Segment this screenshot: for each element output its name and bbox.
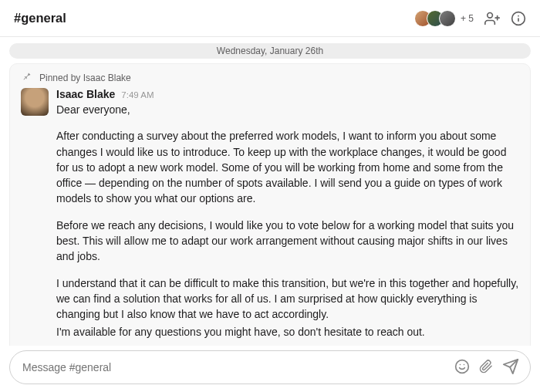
pinned-by-text: Pinned by Isaac Blake	[39, 73, 131, 83]
pin-icon	[22, 72, 32, 83]
message-paragraph: I understand that it can be difficult to…	[56, 275, 519, 323]
message-list: Wednesday, January 26th Pinned by Isaac …	[0, 37, 540, 346]
member-avatar-stack[interactable]: + 5	[414, 10, 474, 27]
info-icon[interactable]	[511, 11, 526, 26]
message-paragraph: I'm available for any questions you migh…	[56, 324, 519, 340]
pinned-message: Pinned by Isaac Blake Isaac Blake 7:49 A…	[9, 63, 531, 346]
attachment-icon[interactable]	[479, 359, 493, 377]
author-avatar[interactable]	[21, 88, 49, 116]
channel-header: #general + 5	[0, 0, 540, 37]
date-divider: Wednesday, January 26th	[9, 43, 531, 59]
message-text: Dear everyone, After conducting a survey…	[56, 102, 519, 346]
author-name[interactable]: Isaac Blake	[56, 88, 115, 100]
message-paragraph: After conducting a survey about the pref…	[56, 128, 519, 206]
channel-title[interactable]: #general	[14, 11, 66, 25]
message-input[interactable]	[22, 361, 454, 373]
avatar	[439, 10, 456, 27]
send-icon[interactable]	[502, 358, 519, 377]
svg-point-0	[488, 12, 493, 18]
pinned-indicator: Pinned by Isaac Blake	[21, 72, 519, 83]
emoji-icon[interactable]	[454, 359, 470, 377]
svg-point-11	[456, 360, 469, 373]
message-paragraph: Before we reach any decisions, I would l…	[56, 218, 519, 265]
composer	[9, 350, 531, 384]
message-paragraph: Dear everyone,	[56, 102, 519, 117]
message-timestamp: 7:49 AM	[121, 90, 154, 100]
header-actions: + 5	[414, 10, 526, 27]
add-person-icon[interactable]	[484, 11, 500, 26]
extra-member-count: + 5	[461, 13, 474, 24]
